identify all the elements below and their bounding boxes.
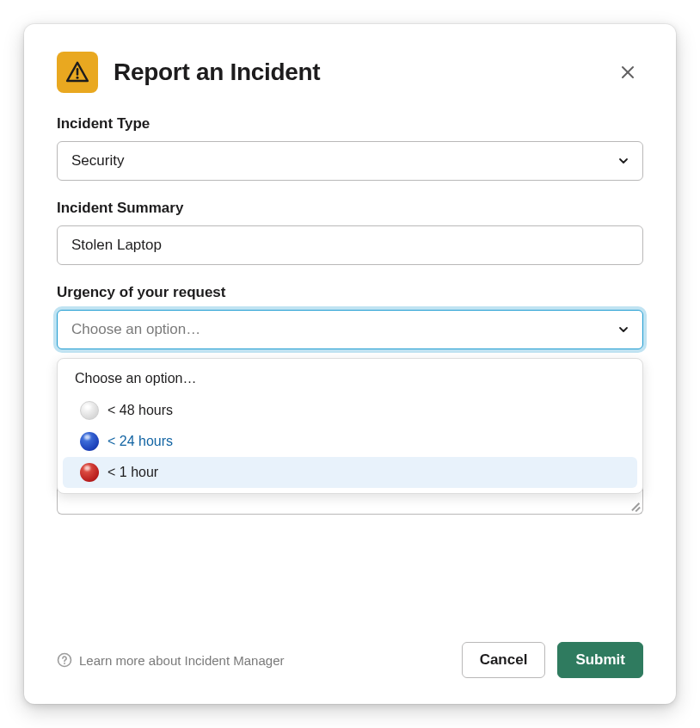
help-icon [57, 652, 72, 668]
urgency-dropdown: Choose an option… < 48 hours < 24 hours … [57, 358, 643, 494]
incident-type-group: Incident Type Security [57, 115, 643, 181]
help-link-text: Learn more about Incident Manager [79, 653, 284, 668]
svg-point-1 [77, 77, 79, 79]
help-link[interactable]: Learn more about Incident Manager [57, 652, 450, 668]
chevron-down-icon [618, 156, 629, 166]
modal-footer: Learn more about Incident Manager Cancel… [57, 621, 643, 678]
urgency-option-24h[interactable]: < 24 hours [63, 426, 637, 457]
priority-dot-blue-icon [80, 432, 99, 451]
priority-dot-white-icon [80, 401, 99, 420]
urgency-select[interactable]: Choose an option… [57, 310, 643, 349]
urgency-placeholder: Choose an option… [71, 321, 200, 338]
incident-type-label: Incident Type [57, 115, 643, 133]
priority-dot-red-icon [80, 463, 99, 482]
urgency-option-label: < 48 hours [107, 403, 173, 418]
submit-button[interactable]: Submit [557, 642, 643, 678]
incident-summary-input[interactable] [57, 225, 643, 265]
incident-summary-label: Incident Summary [57, 200, 643, 217]
urgency-option-1h[interactable]: < 1 hour [63, 457, 637, 488]
incident-type-value: Security [71, 152, 124, 170]
chevron-down-icon [618, 324, 629, 335]
incident-summary-group: Incident Summary [57, 200, 643, 265]
svg-point-5 [64, 663, 65, 664]
urgency-option-48h[interactable]: < 48 hours [63, 395, 637, 426]
urgency-option-label: < 24 hours [107, 434, 173, 449]
incident-type-select[interactable]: Security [57, 141, 643, 181]
modal-header: Report an Incident [57, 52, 643, 93]
resize-handle-icon[interactable] [629, 501, 640, 511]
warning-icon [57, 52, 98, 93]
close-icon [619, 64, 636, 81]
urgency-group: Urgency of your request Choose an option… [57, 284, 643, 515]
close-button[interactable] [612, 57, 643, 88]
urgency-label: Urgency of your request [57, 284, 643, 301]
urgency-option-label: < 1 hour [107, 465, 158, 480]
report-incident-modal: Report an Incident Incident Type Securit… [24, 24, 676, 704]
urgency-dropdown-header: Choose an option… [58, 371, 642, 395]
modal-title: Report an Incident [114, 59, 612, 86]
cancel-button[interactable]: Cancel [462, 642, 546, 678]
